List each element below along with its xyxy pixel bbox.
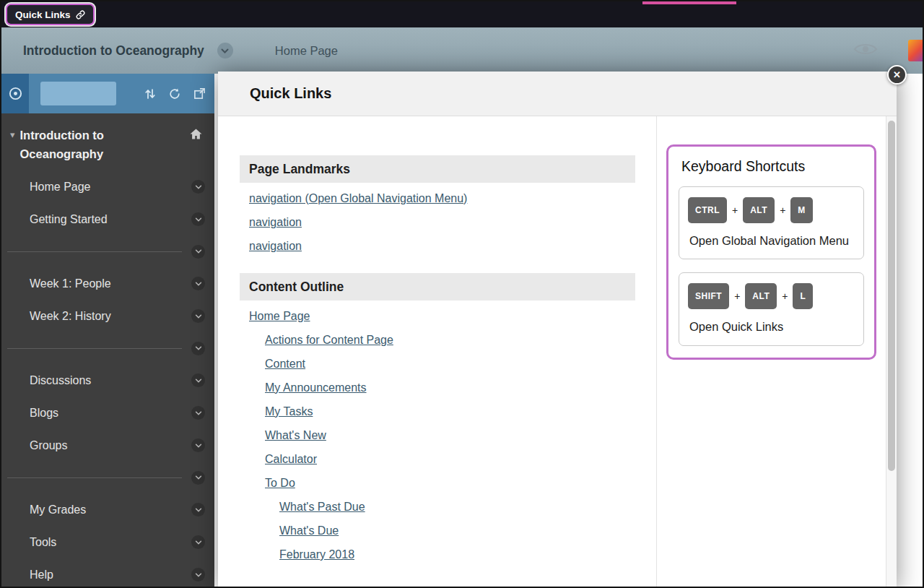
shortcut-description: Open Quick Links bbox=[688, 319, 855, 334]
chevron-down-badge[interactable] bbox=[191, 309, 205, 323]
keyboard-shortcuts-panel: Keyboard Shortcuts CTRL + ALT + M Open G… bbox=[666, 144, 876, 360]
outline-link[interactable]: Content bbox=[265, 358, 305, 371]
chevron-down-badge[interactable] bbox=[191, 212, 205, 226]
brand-logo-icon[interactable] bbox=[908, 40, 924, 61]
sidebar-divider bbox=[1, 235, 214, 267]
modal-left-column: Page Landmarks navigation (Open Global N… bbox=[218, 116, 656, 588]
divider-line bbox=[7, 477, 182, 478]
key-cap: ALT bbox=[745, 283, 777, 309]
refresh-icon[interactable] bbox=[168, 87, 181, 100]
modal-right-column: Keyboard Shortcuts CTRL + ALT + M Open G… bbox=[656, 116, 897, 588]
course-menu-sidebar: ▾ Introduction to Oceanography Home Page… bbox=[1, 74, 214, 587]
chevron-down-icon[interactable]: ▾ bbox=[10, 129, 15, 163]
plus-separator: + bbox=[734, 290, 740, 302]
sidebar-divider bbox=[1, 332, 214, 364]
outline-link[interactable]: To Do bbox=[265, 477, 295, 490]
outline-link[interactable]: What's New bbox=[265, 429, 326, 442]
modal-scrollbar-track[interactable] bbox=[886, 116, 897, 588]
chevron-down-badge[interactable] bbox=[191, 277, 205, 290]
chevron-down-badge[interactable] bbox=[191, 180, 205, 194]
outline-link[interactable]: Calculator bbox=[265, 453, 317, 466]
top-accent-highlight bbox=[642, 1, 736, 4]
chevron-down-badge[interactable] bbox=[191, 373, 205, 387]
sidebar-item-help[interactable]: Help bbox=[1, 558, 214, 588]
course-title: Introduction to Oceanography bbox=[23, 43, 204, 59]
sidebar-item-label: Week 1: People bbox=[30, 277, 111, 290]
sidebar-item-label: Tools bbox=[30, 536, 56, 549]
divider-line bbox=[7, 251, 182, 252]
sidebar-item-week-2-history[interactable]: Week 2: History bbox=[1, 300, 214, 332]
sidebar-item-discussions[interactable]: Discussions bbox=[1, 364, 214, 397]
shortcut-description: Open Global Navigation Menu bbox=[688, 233, 855, 248]
shortcut-card-quick-links: SHIFT + ALT + L Open Quick Links bbox=[679, 272, 864, 345]
sidebar-item-tools[interactable]: Tools bbox=[1, 526, 214, 558]
landmark-link[interactable]: navigation bbox=[249, 216, 302, 229]
outline-link[interactable]: My Announcements bbox=[265, 381, 367, 394]
menu-view-toggle[interactable] bbox=[40, 82, 116, 105]
collapse-menu-icon[interactable] bbox=[1, 74, 29, 113]
sidebar-item-getting-started[interactable]: Getting Started bbox=[1, 203, 214, 235]
outline-link[interactable]: What's Due bbox=[279, 524, 339, 537]
shortcut-card-global-nav: CTRL + ALT + M Open Global Navigation Me… bbox=[679, 186, 864, 259]
application-window: Quick Links Introduction to Oceanography… bbox=[0, 0, 924, 588]
outline-link[interactable]: Actions for Content Page bbox=[265, 334, 393, 347]
course-menu-chevron-button[interactable] bbox=[217, 43, 233, 59]
key-cap: ALT bbox=[743, 197, 775, 223]
reorder-arrows-icon[interactable] bbox=[144, 87, 156, 100]
sidebar-divider bbox=[1, 462, 214, 493]
keyboard-shortcuts-heading: Keyboard Shortcuts bbox=[681, 158, 864, 175]
sidebar-item-label: Groups bbox=[30, 439, 67, 452]
chevron-down-badge[interactable] bbox=[191, 245, 205, 259]
outline-link[interactable]: What's Past Due bbox=[279, 501, 365, 514]
menu-tool-icons bbox=[144, 87, 206, 100]
student-preview-eye-icon[interactable] bbox=[853, 41, 878, 61]
sidebar-item-label: Getting Started bbox=[30, 213, 108, 226]
top-bar: Quick Links bbox=[1, 1, 923, 27]
shortcut-keys: SHIFT + ALT + L bbox=[688, 283, 855, 309]
modal-header: Quick Links bbox=[218, 72, 897, 116]
key-cap: M bbox=[790, 197, 813, 223]
sidebar-item-label: Discussions bbox=[30, 374, 91, 387]
chevron-down-badge[interactable] bbox=[191, 342, 205, 355]
landmark-link[interactable]: navigation (Open Global Navigation Menu) bbox=[249, 192, 467, 205]
sidebar-course-title[interactable]: Introduction to Oceanography bbox=[20, 126, 157, 163]
header-actions bbox=[853, 40, 923, 61]
sidebar-course-title-row: ▾ Introduction to Oceanography bbox=[1, 113, 214, 170]
outline-link[interactable]: Home Page bbox=[249, 310, 310, 323]
content-outline-links: Home Page Actions for Content Page Conte… bbox=[240, 310, 635, 561]
content-outline-heading: Content Outline bbox=[240, 273, 635, 301]
sidebar-item-my-grades[interactable]: My Grades bbox=[1, 493, 214, 526]
chevron-down-badge[interactable] bbox=[191, 438, 205, 452]
outline-link[interactable]: February 2018 bbox=[279, 548, 354, 561]
chevron-down-badge[interactable] bbox=[191, 471, 205, 485]
chevron-down-badge[interactable] bbox=[191, 568, 205, 581]
key-cap: CTRL bbox=[688, 197, 727, 223]
close-icon[interactable]: ✕ bbox=[887, 65, 907, 85]
home-icon bbox=[189, 128, 203, 163]
link-icon bbox=[76, 10, 85, 20]
breadcrumb-page-title: Home Page bbox=[275, 44, 338, 58]
course-menu-toolbar bbox=[1, 74, 214, 113]
quick-links-modal: ✕ Quick Links Page Landmarks navigation … bbox=[218, 72, 897, 588]
shortcut-keys: CTRL + ALT + M bbox=[688, 197, 855, 223]
sidebar-item-label: Home Page bbox=[30, 181, 91, 194]
sidebar-item-label: Blogs bbox=[30, 407, 58, 420]
chevron-down-badge[interactable] bbox=[191, 503, 205, 516]
outline-link[interactable]: My Tasks bbox=[265, 405, 313, 418]
sidebar-item-groups[interactable]: Groups bbox=[1, 429, 214, 462]
landmark-link[interactable]: navigation bbox=[249, 240, 302, 253]
modal-scrollbar-thumb[interactable] bbox=[888, 121, 895, 471]
chevron-down-badge[interactable] bbox=[191, 535, 205, 549]
course-header: Introduction to Oceanography Home Page bbox=[1, 27, 923, 74]
open-in-new-window-icon[interactable] bbox=[193, 87, 206, 100]
sidebar-item-week-1-people[interactable]: Week 1: People bbox=[1, 267, 214, 300]
divider-line bbox=[7, 348, 182, 349]
sidebar-item-home-page[interactable]: Home Page bbox=[1, 170, 214, 203]
page-landmarks-heading: Page Landmarks bbox=[240, 155, 635, 183]
chevron-down-badge[interactable] bbox=[191, 406, 205, 420]
sidebar-item-blogs[interactable]: Blogs bbox=[1, 397, 214, 429]
key-cap: L bbox=[793, 283, 813, 309]
plus-separator: + bbox=[780, 204, 785, 216]
plus-separator: + bbox=[782, 290, 788, 302]
quick-links-button[interactable]: Quick Links bbox=[6, 4, 95, 25]
